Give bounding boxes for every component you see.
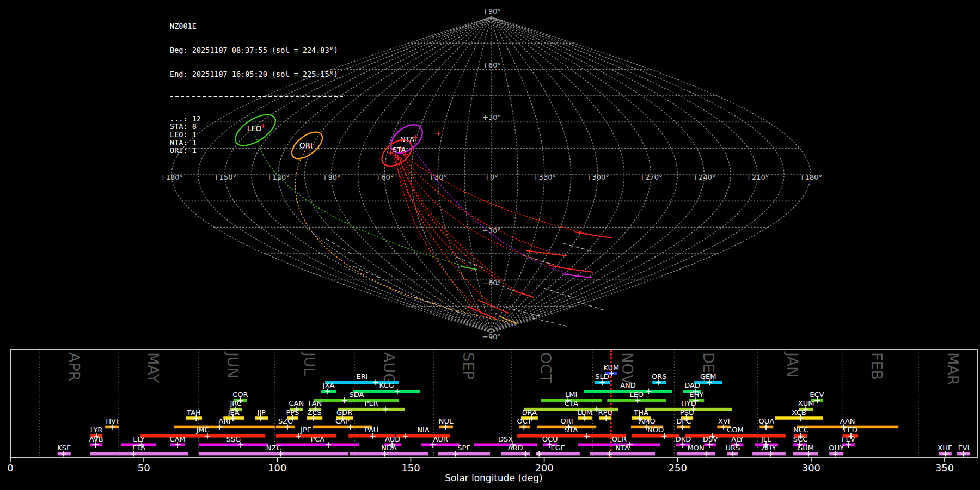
shower-label: JLE <box>761 435 771 443</box>
sky-lon-label: +300° <box>586 173 609 181</box>
shower-label: XHE <box>938 444 952 452</box>
sky-lon-label: +330° <box>533 173 556 181</box>
shower-label: JIP <box>256 408 266 416</box>
shower-label: NIA <box>417 426 430 434</box>
radiant-plus-marker <box>436 131 441 136</box>
month-label: JUN <box>224 351 241 378</box>
shower-label: GEM <box>700 372 716 381</box>
shower-label: OHY <box>829 444 844 452</box>
x-tick-label: 0 <box>7 462 13 474</box>
shower-peak-marker <box>193 415 199 421</box>
shower-count: STA: 8 <box>170 122 343 131</box>
sky-lat-label: +90° <box>482 7 501 15</box>
shower-bar <box>793 452 818 456</box>
shower-peak-marker <box>373 379 378 385</box>
shower-peak-marker <box>536 451 542 457</box>
shower-peak-marker <box>798 415 803 421</box>
shower-label: JRC <box>229 399 241 407</box>
shower-label: AHY <box>762 444 776 452</box>
shower-count: NTA: 1 <box>170 139 343 147</box>
shower-bar <box>90 452 188 456</box>
activity-chart: APRMAYJUNJULAUGSEPOCTNOVDECJANFEBMARKUME… <box>7 350 977 483</box>
shower-label: URS <box>726 444 740 452</box>
shower-label: EHY <box>689 390 703 399</box>
shower-peak-marker <box>584 433 590 439</box>
sky-lon-label: +180° <box>160 173 183 181</box>
sky-lon-label: +0° <box>484 173 498 181</box>
month-label: AUG <box>381 352 397 384</box>
shower-label: NCC <box>793 426 808 434</box>
shower-bar <box>199 452 348 456</box>
sporadic-meteor-segment <box>577 302 605 310</box>
legend-separator <box>170 96 343 97</box>
shower-label: AUD <box>385 435 400 443</box>
month-label: JAN <box>784 351 801 377</box>
shower-bar <box>276 434 336 438</box>
shower-bar <box>140 434 265 438</box>
shower-label: ARD <box>508 444 523 452</box>
shower-label: KCG <box>379 381 394 389</box>
x-axis: 050100150200250300350Solar longitude (de… <box>7 458 954 483</box>
x-tick-label: 350 <box>935 462 954 474</box>
shower-bar <box>438 452 490 456</box>
shower-bar <box>199 443 268 446</box>
sky-lat-label: +30° <box>482 113 501 121</box>
station-id: NZ001E <box>170 22 343 30</box>
meteor-path-solid <box>549 265 593 272</box>
shower-label: GDR <box>336 408 352 416</box>
shower-label: COM <box>727 426 744 434</box>
shower-label: NDA <box>381 444 397 452</box>
shower-count: ...: 12 <box>170 115 343 123</box>
sky-lon-label: +210° <box>746 173 769 181</box>
sky-lon-label: +60° <box>375 173 394 181</box>
shower-label: EVI <box>958 444 970 452</box>
observation-legend: NZ001E Beg: 20251107 08:37:55 (sol = 224… <box>170 7 343 170</box>
shower-label: JPE <box>300 426 311 434</box>
sky-lon-label: +120° <box>267 173 290 181</box>
sporadic-meteor-segment <box>564 243 594 252</box>
sky-lon-label: +180° <box>799 173 822 181</box>
shower-label: NOO <box>647 426 664 434</box>
shower-label: XCB <box>792 408 806 416</box>
shower-label: PSU <box>680 408 694 416</box>
shower-label: DAD <box>684 381 700 389</box>
shower-label: SCC <box>793 435 807 443</box>
shower-row: KSEETANZCNDASPEARDEGENTAMONURSAHYGUMOHYX… <box>57 444 970 457</box>
shower-label: NZC <box>266 444 281 452</box>
shower-label: QUA <box>758 417 774 425</box>
month-label: NOV <box>619 352 636 385</box>
radiant-label: NTA <box>400 135 415 144</box>
shower-bar <box>474 443 537 446</box>
shower-label: SPE <box>457 444 470 452</box>
shower-label: ERI <box>356 372 367 381</box>
shower-label: XUM <box>798 399 814 407</box>
shower-bar <box>314 399 399 402</box>
shower-peak-marker <box>403 433 408 439</box>
x-tick-label: 150 <box>401 462 420 474</box>
shower-label: FED <box>843 426 857 434</box>
month-label: MAR <box>945 352 961 385</box>
month-label: MAY <box>145 352 162 383</box>
sporadic-meteor-segment <box>414 297 437 304</box>
month-label: SEP <box>460 352 477 379</box>
shower-label: ORI <box>560 417 573 425</box>
shower-label: SSG <box>226 435 241 443</box>
shower-label: ZCS <box>308 408 322 416</box>
month-label: FEB <box>868 352 885 380</box>
sky-lon-label: +270° <box>639 173 662 181</box>
radiant-label: STA <box>392 145 406 154</box>
shower-label: ALY <box>731 435 743 443</box>
shower-label: NUE <box>439 417 454 425</box>
shower-peak-marker <box>395 389 400 394</box>
shower-label: DRA <box>522 408 537 416</box>
shower-label: JMC <box>195 426 209 434</box>
observation-begin: Beg: 20251107 08:37:55 (sol = 224.83°) <box>170 46 343 54</box>
sky-lon-label: +90° <box>322 173 341 181</box>
sky-lat-label: +60° <box>482 61 501 69</box>
shower-bar <box>421 443 460 446</box>
shower-label: DSV <box>703 435 718 443</box>
sporadic-meteor-segment <box>326 239 353 255</box>
shower-bar <box>174 426 275 429</box>
meteor-station-plot: +180°+150°+120°+90°+60°+30°+0°+330°+300°… <box>0 0 980 490</box>
shower-label: LUM <box>578 408 592 416</box>
